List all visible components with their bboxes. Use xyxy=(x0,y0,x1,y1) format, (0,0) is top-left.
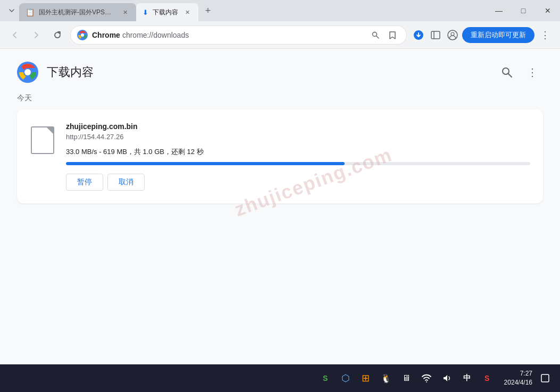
download-status: 33.0 MB/s - 619 MB，共 1.0 GB，还剩 12 秒 xyxy=(66,147,530,157)
taskbar: S ⬡ ⊞ 🐧 🖥 中 S 7:27 2024/4/16 xyxy=(0,364,560,392)
page-header-actions: ⋮ xyxy=(496,62,543,83)
back-button[interactable] xyxy=(6,27,23,44)
svg-point-13 xyxy=(426,381,427,382)
svg-point-8 xyxy=(451,32,454,36)
downloads-button[interactable] xyxy=(411,28,426,42)
svg-point-10 xyxy=(24,69,31,75)
cancel-button[interactable]: 取消 xyxy=(107,174,145,191)
section-label: 今天 xyxy=(0,89,560,109)
tab1-close-button[interactable]: ✕ xyxy=(120,7,130,17)
svg-point-1 xyxy=(81,33,84,37)
browser-window: 📋 国外主机测评-国外VPS、国… ✕ ⬇ 下载内容 ✕ + — □ ✕ xyxy=(0,0,560,392)
taskbar-time: 7:27 xyxy=(504,369,532,378)
sidebar-button[interactable] xyxy=(428,28,443,42)
page-content: 下载内容 ⋮ 今天 zhujiceping.com zhujice xyxy=(0,49,560,364)
page-header: 下载内容 ⋮ xyxy=(0,49,560,89)
pause-button[interactable]: 暂停 xyxy=(66,174,103,191)
taskbar-clock: 7:27 2024/4/16 xyxy=(504,369,532,387)
taskbar-date: 2024/4/16 xyxy=(504,378,532,387)
tab2-close-button[interactable]: ✕ xyxy=(182,7,192,17)
taskbar-icon-app1[interactable]: S xyxy=(317,370,334,387)
tab2-title: 下载内容 xyxy=(153,8,178,17)
tab-2[interactable]: ⬇ 下载内容 ✕ xyxy=(136,3,198,21)
svg-rect-14 xyxy=(541,374,549,382)
chrome-logo-large xyxy=(17,62,38,83)
search-downloads-button[interactable] xyxy=(496,62,517,83)
taskbar-icon-penguin[interactable]: 🐧 xyxy=(378,370,395,387)
taskbar-icon-wifi[interactable] xyxy=(418,370,435,387)
minimize-button[interactable]: — xyxy=(487,0,511,21)
page-title: 下载内容 xyxy=(47,64,94,80)
toolbar-right: 重新启动即可更新 ⋮ xyxy=(411,27,554,44)
bookmark-button[interactable] xyxy=(385,28,400,42)
window-controls: — □ ✕ xyxy=(487,0,560,21)
tab1-title: 国外主机测评-国外VPS、国… xyxy=(39,8,116,17)
new-tab-button[interactable]: + xyxy=(200,3,215,18)
forward-button[interactable] xyxy=(28,27,45,44)
download-url: http://154.44.27.26 xyxy=(66,133,530,141)
taskbar-icon-monitor[interactable]: 🖥 xyxy=(398,370,415,387)
close-button[interactable]: ✕ xyxy=(536,0,560,21)
tab-dropdown-button[interactable] xyxy=(4,3,19,18)
taskbar-icon-volume[interactable] xyxy=(438,370,455,387)
svg-line-3 xyxy=(377,36,379,38)
file-icon-wrap xyxy=(30,124,55,156)
taskbar-notification-button[interactable] xyxy=(537,370,554,387)
download-filename: zhujiceping.com.bin xyxy=(66,122,530,131)
reload-button[interactable] xyxy=(49,27,66,44)
tab2-favicon: ⬇ xyxy=(143,8,148,16)
download-actions: 暂停 取消 xyxy=(66,174,530,191)
address-text: Chrome chrome://downloads xyxy=(92,31,364,39)
address-icons xyxy=(368,28,400,42)
search-in-page-button[interactable] xyxy=(368,28,383,42)
progress-bar-fill xyxy=(66,162,345,165)
title-bar: 📋 国外主机测评-国外VPS、国… ✕ ⬇ 下载内容 ✕ + — □ ✕ xyxy=(0,0,560,21)
download-card: zhujiceping.com.bin http://154.44.27.26 … xyxy=(17,109,543,203)
svg-point-11 xyxy=(503,68,509,74)
tab-group: 📋 国外主机测评-国外VPS、国… ✕ ⬇ 下载内容 ✕ + xyxy=(19,0,487,21)
page-title-wrap: 下载内容 xyxy=(17,62,94,83)
file-icon xyxy=(31,126,54,154)
maximize-button[interactable]: □ xyxy=(511,0,536,21)
download-list: zhujiceping.com.bin http://154.44.27.26 … xyxy=(0,109,560,220)
svg-line-12 xyxy=(508,74,512,77)
taskbar-icon-bluetooth[interactable]: ⬡ xyxy=(337,370,354,387)
chrome-logo-small xyxy=(77,30,88,40)
taskbar-icon-lang[interactable]: 中 xyxy=(458,370,475,387)
profile-button[interactable] xyxy=(445,28,460,42)
svg-point-2 xyxy=(373,32,377,36)
tab1-favicon: 📋 xyxy=(26,8,35,16)
toolbar: Chrome chrome://downloads xyxy=(0,21,560,49)
taskbar-icon-antivirus[interactable]: S xyxy=(479,370,496,387)
more-menu-button[interactable]: ⋮ xyxy=(537,27,554,44)
tab-1[interactable]: 📋 国外主机测评-国外VPS、国… ✕ xyxy=(19,3,136,21)
update-button[interactable]: 重新启动即可更新 xyxy=(462,27,534,43)
progress-bar-wrap xyxy=(66,162,530,165)
more-options-button[interactable]: ⋮ xyxy=(522,62,543,83)
address-brand: Chrome xyxy=(92,31,120,39)
taskbar-icons: S ⬡ ⊞ 🐧 🖥 中 S xyxy=(317,370,496,387)
svg-rect-5 xyxy=(431,31,440,39)
download-info: zhujiceping.com.bin http://154.44.27.26 … xyxy=(66,122,530,191)
address-bar[interactable]: Chrome chrome://downloads xyxy=(70,25,407,45)
taskbar-icon-grid[interactable]: ⊞ xyxy=(357,370,374,387)
address-url: chrome://downloads xyxy=(122,31,189,39)
